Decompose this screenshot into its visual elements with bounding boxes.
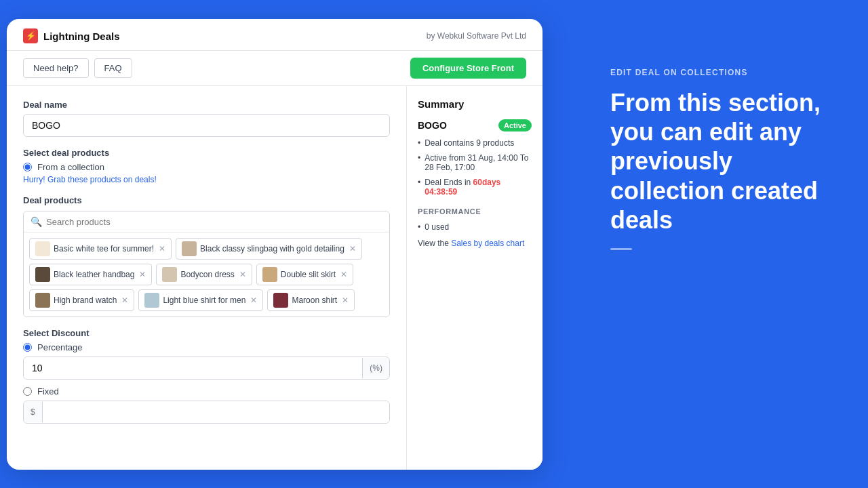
- fixed-input-wrapper: $: [23, 401, 390, 424]
- summary-item-products: Deal contains 9 products: [418, 138, 532, 148]
- perf-item-used: 0 used: [418, 222, 532, 232]
- search-row: 🔍: [24, 211, 389, 232]
- tags-container: Basic white tee for summer!✕Black classy…: [24, 232, 389, 317]
- info-panel: EDIT DEAL ON COLLECTIONS From this secti…: [610, 68, 841, 250]
- tag-remove-button[interactable]: ✕: [349, 245, 356, 253]
- need-help-button[interactable]: Need help?: [23, 58, 89, 78]
- deal-name-input[interactable]: [23, 114, 390, 137]
- tag-thumbnail: [162, 267, 177, 282]
- deal-name-label: Deal name: [23, 100, 390, 110]
- tag-thumbnail: [182, 241, 197, 256]
- app-logo: ⚡ Lightning Deals: [23, 28, 120, 43]
- percentage-suffix: (%): [362, 358, 389, 378]
- percentage-input-wrapper: (%): [23, 357, 390, 380]
- fixed-radio[interactable]: [23, 387, 32, 396]
- search-input[interactable]: [46, 217, 382, 227]
- content-area: Deal name Select deal products From a co…: [7, 86, 542, 470]
- app-subtitle: by Webkul Software Pvt Ltd: [427, 31, 526, 41]
- summary-title: Summary: [418, 98, 532, 110]
- product-tag: Black leather handbag✕: [29, 264, 152, 285]
- fixed-input[interactable]: [43, 401, 389, 423]
- tag-label: High brand watch: [54, 296, 117, 305]
- summary-deal-name: BOGO: [418, 120, 447, 131]
- info-divider: [610, 248, 632, 250]
- tag-label: Light blue shirt for men: [163, 296, 245, 305]
- main-card: ⚡ Lightning Deals by Webkul Software Pvt…: [7, 19, 542, 470]
- active-badge: Active: [498, 119, 532, 131]
- discount-label: Select Discount: [23, 328, 390, 338]
- form-panel: Deal name Select deal products From a co…: [7, 86, 407, 470]
- search-icon: 🔍: [31, 216, 42, 227]
- from-collection-radio[interactable]: [23, 163, 32, 171]
- deal-ends-label: Deal Ends in: [425, 178, 473, 187]
- select-products-label: Select deal products: [23, 148, 390, 158]
- deal-name-field: Deal name: [23, 100, 390, 137]
- tag-thumbnail: [35, 241, 50, 256]
- deal-products-label: Deal products: [23, 195, 390, 205]
- logo-icon: ⚡: [23, 28, 38, 43]
- product-tag: High brand watch✕: [29, 289, 134, 311]
- products-box: 🔍 Basic white tee for summer!✕Black clas…: [23, 211, 390, 317]
- deal-name-row: BOGO Active: [418, 119, 532, 131]
- tag-thumbnail: [273, 293, 288, 308]
- tag-thumbnail: [35, 293, 50, 308]
- configure-store-button[interactable]: Configure Store Front: [410, 58, 526, 79]
- info-headline: From this section, you can edit any prev…: [610, 88, 841, 235]
- discount-section: Select Discount Percentage (%) Fixed $: [23, 328, 390, 424]
- tag-label: Bodycon dress: [180, 270, 234, 279]
- summary-item-dates: Active from 31 Aug, 14:00 To 28 Feb, 17:…: [418, 153, 532, 172]
- product-tag: Basic white tee for summer!✕: [29, 238, 172, 260]
- tag-remove-button[interactable]: ✕: [159, 245, 165, 253]
- tag-remove-button[interactable]: ✕: [139, 270, 146, 279]
- info-subtitle: EDIT DEAL ON COLLECTIONS: [610, 68, 841, 77]
- fixed-prefix: $: [24, 402, 43, 422]
- app-header: ⚡ Lightning Deals by Webkul Software Pvt…: [7, 19, 542, 51]
- chart-link[interactable]: Sales by deals chart: [451, 239, 524, 248]
- tag-thumbnail: [144, 293, 159, 308]
- fixed-option[interactable]: Fixed: [23, 386, 390, 396]
- tag-remove-button[interactable]: ✕: [250, 296, 257, 304]
- percentage-label: Percentage: [37, 342, 83, 352]
- tag-label: Black classy slingbag with gold detailin…: [200, 244, 344, 253]
- performance-list: 0 used: [418, 222, 532, 232]
- tag-thumbnail: [35, 267, 50, 282]
- fixed-label: Fixed: [37, 386, 59, 396]
- faq-button[interactable]: FAQ: [94, 58, 132, 78]
- tag-label: Black leather handbag: [54, 270, 134, 279]
- summary-panel: Summary BOGO Active Deal contains 9 prod…: [407, 86, 542, 470]
- promo-link[interactable]: Hurry! Grab these products on deals!: [23, 175, 390, 184]
- product-tag: Bodycon dress✕: [156, 264, 252, 285]
- nav-left: Need help? FAQ: [23, 58, 132, 78]
- performance-title: PERFORMANCE: [418, 207, 532, 216]
- app-title: Lightning Deals: [43, 30, 120, 42]
- product-tag: Light blue shirt for men✕: [138, 289, 263, 311]
- nav-bar: Need help? FAQ Configure Store Front: [7, 51, 542, 86]
- percentage-radio[interactable]: [23, 343, 32, 352]
- percentage-option[interactable]: Percentage: [23, 342, 390, 352]
- tag-label: Double slit skirt: [281, 270, 336, 279]
- deal-products-section: Deal products 🔍 Basic white tee for summ…: [23, 195, 390, 317]
- tag-label: Maroon shirt: [292, 296, 337, 305]
- tag-remove-button[interactable]: ✕: [342, 296, 349, 304]
- product-tag: Maroon shirt✕: [267, 289, 355, 311]
- tag-thumbnail: [262, 267, 277, 282]
- from-collection-label: From a collection: [37, 162, 104, 172]
- tag-remove-button[interactable]: ✕: [239, 270, 246, 279]
- from-collection-option[interactable]: From a collection: [23, 162, 390, 172]
- tag-remove-button[interactable]: ✕: [340, 270, 347, 279]
- percentage-input[interactable]: [24, 357, 362, 379]
- summary-list: Deal contains 9 products Active from 31 …: [418, 138, 532, 197]
- summary-item-ends: Deal Ends in 60days 04:38:59: [418, 178, 532, 197]
- product-tag: Black classy slingbag with gold detailin…: [176, 238, 362, 260]
- view-chart-text: View the Sales by deals chart: [418, 239, 532, 248]
- product-tag: Double slit skirt✕: [256, 264, 353, 285]
- products-radio-group: From a collection: [23, 162, 390, 172]
- tag-label: Basic white tee for summer!: [54, 244, 154, 253]
- tag-remove-button[interactable]: ✕: [121, 296, 128, 304]
- select-products-section: Select deal products From a collection H…: [23, 148, 390, 184]
